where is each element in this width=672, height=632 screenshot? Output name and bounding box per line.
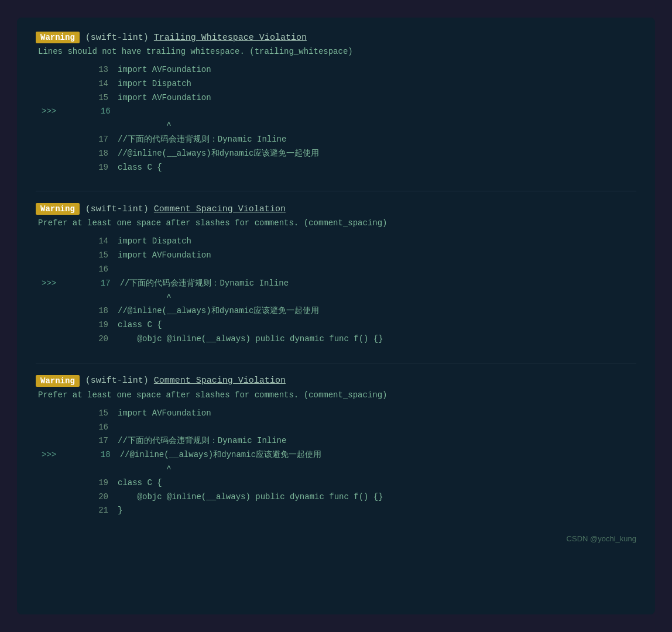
warnings-container: Warning(swift-lint) Trailing Whitespace … [36,32,636,518]
code-line-1-2: 15import AVFoundation [42,91,636,105]
line-code-2-1: import AVFoundation [118,249,211,263]
warning-block-1: Warning(swift-lint) Trailing Whitespace … [36,32,636,174]
warning-title-2: (swift-lint) Comment Spacing Violation [85,204,286,214]
line-code-3-6: @objc @inline(__always) public dynamic f… [118,490,383,504]
code-block-3: 15import AVFoundation1617//下面的代码会违背规则：Dy… [36,407,636,518]
caret-line-3-4: ^ [42,462,636,476]
warning-header-1: Warning(swift-lint) Trailing Whitespace … [36,32,636,43]
warning-header-2: Warning(swift-lint) Comment Spacing Viol… [36,203,636,215]
warning-block-2: Warning(swift-lint) Comment Spacing Viol… [36,203,636,346]
caret-line-1-4: ^ [42,119,636,133]
code-line-2-0: 14import Dispatch [42,235,636,249]
line-code-2-0: import Dispatch [118,235,191,249]
warning-badge-2: Warning [36,203,80,215]
warning-badge-1: Warning [36,32,80,43]
code-line-1-0: 13import AVFoundation [42,63,636,77]
line-num-2-1: 15 [42,249,118,263]
line-num-2-7: 20 [42,332,118,346]
code-line-3-1: 16 [42,421,636,435]
code-block-1: 13import AVFoundation14import Dispatch15… [36,63,636,174]
code-line-3-2: 17//下面的代码会违背规则：Dynamic Inline [42,434,636,448]
code-line-3-6: 20 @objc @inline(__always) public dynami… [42,490,636,504]
line-code-3-5: class C { [118,476,162,490]
line-num-3-6: 20 [42,490,118,504]
line-num-3-0: 15 [42,407,118,421]
code-line-1-3: >>> 16 [42,105,636,119]
line-code-1-0: import AVFoundation [118,63,211,77]
line-num-1-2: 15 [42,91,118,105]
footer-credit: CSDN @yochi_kung [36,534,636,543]
code-line-1-5: 17//下面的代码会违背规则：Dynamic Inline [42,133,636,147]
line-num-1-1: 14 [42,77,118,91]
line-code-3-2: //下面的代码会违背规则：Dynamic Inline [118,434,286,448]
warning-desc-2: Prefer at least one space after slashes … [36,218,636,228]
line-num-3-2: 17 [42,434,118,448]
code-line-1-1: 14import Dispatch [42,77,636,91]
line-code-1-6: //@inline(__always)和dynamic应该避免一起使用 [118,147,319,161]
line-code-2-5: //@inline(__always)和dynamic应该避免一起使用 [118,304,319,318]
caret-char-1-4: ^ [118,119,172,133]
line-num-2-2: 16 [42,263,118,277]
line-marker-2-3: >>> 17 [42,277,120,291]
line-code-1-1: import Dispatch [118,77,191,91]
line-code-2-3: //下面的代码会违背规则：Dynamic Inline [120,277,289,291]
code-line-3-0: 15import AVFoundation [42,407,636,421]
code-line-2-7: 20 @objc @inline(__always) public dynami… [42,332,636,346]
warning-title-3: (swift-lint) Comment Spacing Violation [85,376,286,386]
caret-char-3-4: ^ [118,462,172,476]
caret-char-2-4: ^ [118,291,172,305]
code-line-2-5: 18//@inline(__always)和dynamic应该避免一起使用 [42,304,636,318]
line-code-2-7: @objc @inline(__always) public dynamic f… [118,332,383,346]
line-num-1-0: 13 [42,63,118,77]
code-line-3-7: 21} [42,504,636,518]
line-code-2-6: class C { [118,318,162,332]
code-line-2-2: 16 [42,263,636,277]
line-num-3-1: 16 [42,421,118,435]
warning-desc-3: Prefer at least one space after slashes … [36,390,636,400]
line-code-3-3: //@inline(__always)和dynamic应该避免一起使用 [120,448,321,462]
line-num-2-6: 19 [42,318,118,332]
code-line-3-3: >>> 18//@inline(__always)和dynamic应该避免一起使… [42,448,636,462]
warning-badge-3: Warning [36,375,80,387]
line-num-1-6: 18 [42,147,118,161]
caret-line-2-4: ^ [42,291,636,305]
line-code-3-7: } [118,504,122,518]
divider-1 [36,191,636,191]
code-line-1-7: 19class C { [42,161,636,175]
line-code-3-0: import AVFoundation [118,407,211,421]
line-num-2-5: 18 [42,304,118,318]
line-code-1-7: class C { [118,161,162,175]
code-line-2-6: 19class C { [42,318,636,332]
warning-header-3: Warning(swift-lint) Comment Spacing Viol… [36,375,636,387]
warning-desc-1: Lines should not have trailing whitespac… [36,47,636,56]
code-line-3-5: 19class C { [42,476,636,490]
line-num-1-7: 19 [42,161,118,175]
line-num-3-7: 21 [42,504,118,518]
code-line-2-1: 15import AVFoundation [42,249,636,263]
main-container: Warning(swift-lint) Trailing Whitespace … [17,18,655,614]
divider-2 [36,363,636,363]
line-num-1-5: 17 [42,133,118,147]
warning-block-3: Warning(swift-lint) Comment Spacing Viol… [36,375,636,518]
line-num-3-5: 19 [42,476,118,490]
code-line-1-6: 18//@inline(__always)和dynamic应该避免一起使用 [42,147,636,161]
line-num-2-0: 14 [42,235,118,249]
line-marker-1-3: >>> 16 [42,105,120,119]
code-block-2: 14import Dispatch15import AVFoundation16… [36,235,636,346]
line-code-1-5: //下面的代码会违背规则：Dynamic Inline [118,133,286,147]
line-code-1-2: import AVFoundation [118,91,211,105]
warning-title-1: (swift-lint) Trailing Whitespace Violati… [85,33,307,43]
line-marker-3-3: >>> 18 [42,448,120,462]
code-line-2-3: >>> 17//下面的代码会违背规则：Dynamic Inline [42,277,636,291]
